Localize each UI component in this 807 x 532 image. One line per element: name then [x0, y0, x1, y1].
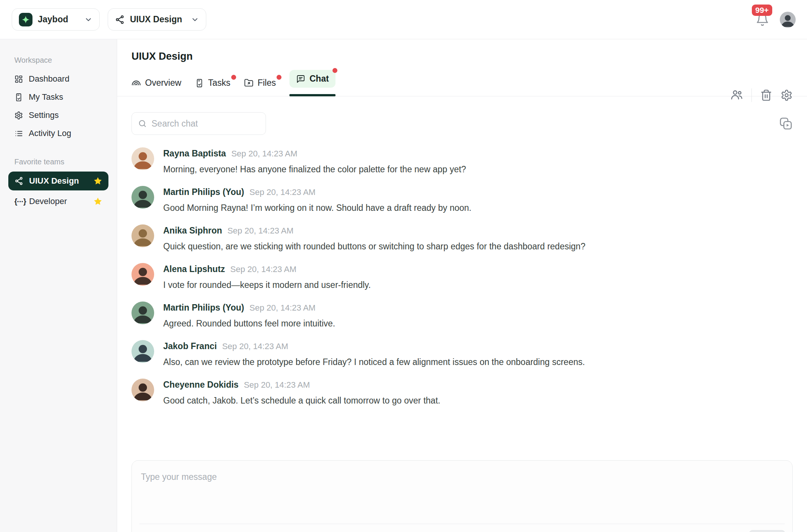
page-title: UIUX Design [131, 39, 793, 62]
avatar [131, 224, 154, 247]
chat-message: Rayna Baptista Sep 20, 14:23 AM Morning,… [131, 147, 793, 175]
avatar [131, 302, 154, 324]
sparkle-logo-icon [19, 13, 32, 26]
task-check-icon [14, 93, 23, 102]
code-braces-icon: {···} [14, 197, 23, 206]
message-author[interactable]: Anika Siphron [163, 226, 222, 235]
chevron-down-icon [191, 15, 199, 24]
gear-icon[interactable] [781, 89, 793, 101]
tab-label: Chat [309, 74, 329, 84]
branch-icon [115, 15, 125, 25]
message-timestamp: Sep 20, 14:23 AM [231, 149, 297, 159]
chat-message: Jakob Franci Sep 20, 14:23 AM Also, can … [131, 340, 793, 367]
search-icon [138, 119, 147, 128]
message-composer [131, 460, 793, 532]
tab-label: Overview [145, 78, 181, 88]
star-icon[interactable] [93, 176, 102, 186]
message-author[interactable]: Martin Philips (You) [163, 187, 244, 197]
message-text: Agreed. Rounded buttons feel more intuit… [163, 319, 335, 329]
sidebar-item-settings[interactable]: Settings [8, 106, 108, 124]
message-input[interactable] [132, 461, 792, 517]
avatar [131, 186, 154, 209]
chat-message: Cheyenne Dokidis Sep 20, 14:23 AM Good c… [131, 379, 793, 406]
tab-chat[interactable]: Chat [289, 70, 335, 96]
message-text: I vote for rounded—keeps it modern and u… [163, 280, 371, 290]
header-actions [730, 88, 793, 102]
search-input[interactable] [152, 119, 263, 129]
workspace-selector[interactable]: Jaybod [12, 8, 100, 31]
avatar [131, 263, 154, 286]
task-check-icon [195, 79, 204, 88]
chat-message: Anika Siphron Sep 20, 14:23 AM Quick que… [131, 224, 793, 252]
avatar [131, 147, 154, 170]
sidebar-team-developer[interactable]: {···} Developer [8, 192, 108, 211]
media-play-icon[interactable] [779, 117, 793, 130]
tab-chat-pill: Chat [289, 70, 335, 88]
workspace-selector-label: Jaybod [38, 14, 68, 25]
message-author[interactable]: Cheyenne Dokidis [163, 380, 238, 390]
notification-badge: 99+ [752, 5, 772, 16]
favorites-section-label: Favorite teams [14, 158, 108, 166]
sidebar-item-my-tasks[interactable]: My Tasks [8, 88, 108, 106]
chat-message: Alena Lipshutz Sep 20, 14:23 AM I vote f… [131, 263, 793, 290]
chat-search[interactable] [131, 112, 266, 135]
message-text: Morning, everyone! Has anyone finalized … [163, 164, 466, 175]
message-timestamp: Sep 20, 14:23 AM [227, 226, 294, 236]
user-avatar[interactable] [780, 12, 796, 28]
avatar [131, 340, 154, 363]
top-bar: Jaybod UIUX Design 99+ [0, 0, 807, 39]
tab-label: Files [258, 78, 276, 88]
message-author[interactable]: Alena Lipshutz [163, 264, 225, 274]
members-icon[interactable] [730, 89, 743, 102]
message-timestamp: Sep 20, 14:23 AM [249, 187, 315, 197]
composer-divider [139, 524, 785, 524]
vertical-divider [751, 88, 752, 102]
message-timestamp: Sep 20, 14:23 AM [222, 342, 288, 351]
chat-message: Martin Philips (You) Sep 20, 14:23 AM Ag… [131, 302, 793, 329]
tab-files[interactable]: Files [244, 78, 276, 88]
message-timestamp: Sep 20, 14:23 AM [244, 380, 310, 390]
team-selector[interactable]: UIUX Design [108, 8, 206, 31]
sidebar-item-dashboard[interactable]: Dashboard [8, 70, 108, 88]
active-tab-underline [289, 94, 335, 96]
message-list: Rayna Baptista Sep 20, 14:23 AM Morning,… [131, 147, 793, 406]
send-button[interactable] [749, 530, 785, 532]
star-icon[interactable] [93, 197, 102, 206]
sidebar-item-activity-log[interactable]: Activity Log [8, 124, 108, 142]
message-timestamp: Sep 20, 14:23 AM [249, 303, 315, 313]
message-text: Quick question, are we sticking with rou… [163, 241, 585, 252]
activity-log-icon [14, 129, 23, 138]
unread-dot [231, 75, 236, 80]
tab-bar: Overview Tasks Files [117, 70, 807, 96]
main-panel: UIUX Design Overview [117, 39, 807, 532]
sidebar-item-label: Dashboard [29, 74, 70, 84]
sidebar-team-label: Developer [29, 196, 67, 206]
tab-label: Tasks [208, 78, 230, 88]
message-author[interactable]: Rayna Baptista [163, 148, 226, 158]
chevron-down-icon [84, 15, 93, 24]
tab-overview[interactable]: Overview [131, 78, 181, 88]
avatar [131, 379, 154, 401]
dashboard-icon [14, 75, 23, 84]
trash-icon[interactable] [760, 89, 772, 101]
chat-message: Martin Philips (You) Sep 20, 14:23 AM Go… [131, 186, 793, 213]
notifications-button[interactable]: 99+ [756, 13, 769, 26]
sidebar-item-label: My Tasks [29, 92, 63, 102]
sidebar-team-label: UIUX Design [29, 176, 79, 186]
chat-bubble-icon [296, 74, 305, 84]
rainbow-icon [131, 78, 141, 88]
sidebar-item-label: Settings [29, 110, 59, 120]
message-text: Good catch, Jakob. Let’s schedule a quic… [163, 396, 440, 406]
tab-tasks[interactable]: Tasks [195, 78, 230, 88]
message-text: Good Morning Rayna! I’m working on it no… [163, 203, 472, 213]
message-author[interactable]: Martin Philips (You) [163, 303, 244, 312]
chat-toolbar [131, 112, 793, 135]
unread-dot [277, 75, 281, 80]
sidebar-item-label: Activity Log [29, 128, 71, 138]
gear-icon [14, 111, 23, 120]
folder-arrow-icon [244, 78, 254, 88]
message-text: Also, can we review the prototype before… [163, 357, 585, 367]
workspace-section-label: Workspace [14, 56, 108, 65]
sidebar-team-uiux-design[interactable]: UIUX Design [8, 172, 108, 190]
message-author[interactable]: Jakob Franci [163, 341, 217, 351]
